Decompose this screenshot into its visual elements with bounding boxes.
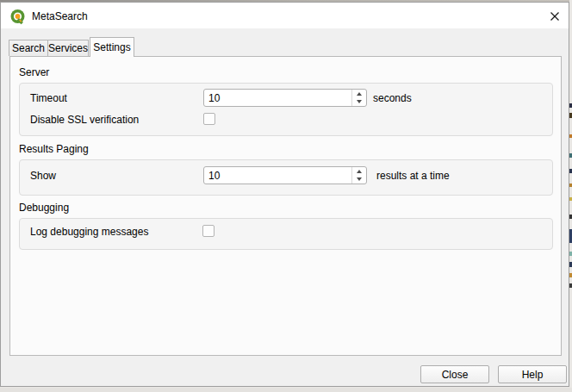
tab-settings-label: Settings bbox=[93, 41, 130, 53]
spin-up-icon bbox=[357, 170, 362, 173]
qgis-logo-icon bbox=[9, 9, 26, 25]
show-spinbox-buttons bbox=[351, 167, 366, 184]
timeout-suffix-label: seconds bbox=[373, 92, 412, 104]
timeout-spinbox-up-button[interactable] bbox=[352, 90, 366, 98]
spin-down-icon bbox=[357, 100, 362, 103]
tab-settings[interactable]: Settings bbox=[90, 37, 134, 57]
spin-down-icon bbox=[357, 177, 362, 181]
close-window-button[interactable] bbox=[542, 6, 568, 28]
disable-ssl-label: Disable SSL verification bbox=[30, 114, 139, 126]
window-title: MetaSearch bbox=[32, 10, 88, 22]
desktop-background-bottom bbox=[0, 388, 572, 392]
tab-search-label: Search bbox=[12, 42, 45, 54]
help-button[interactable]: Help bbox=[498, 365, 567, 383]
group-title-server: Server bbox=[19, 66, 49, 78]
metasearch-dialog-screen: MetaSearch Search Services Settings Serv… bbox=[0, 0, 572, 392]
show-suffix-label: results at a time bbox=[376, 170, 450, 182]
tab-search[interactable]: Search bbox=[9, 40, 48, 56]
show-spinbox bbox=[203, 166, 367, 184]
show-spinbox-input[interactable] bbox=[204, 167, 353, 184]
show-spinbox-up-button[interactable] bbox=[352, 167, 366, 176]
close-button[interactable]: Close bbox=[420, 365, 489, 383]
timeout-spinbox-down-button[interactable] bbox=[352, 98, 366, 107]
timeout-label: Timeout bbox=[30, 92, 67, 104]
disable-ssl-checkbox[interactable] bbox=[203, 113, 215, 125]
tab-services[interactable]: Services bbox=[47, 40, 89, 56]
show-spinbox-down-button[interactable] bbox=[352, 176, 366, 184]
timeout-spinbox-input[interactable] bbox=[204, 90, 353, 106]
close-icon bbox=[550, 11, 560, 24]
timeout-spinbox bbox=[203, 89, 367, 107]
show-label: Show bbox=[30, 170, 56, 182]
timeout-spinbox-buttons bbox=[351, 90, 366, 106]
title-bar: MetaSearch bbox=[1, 3, 569, 28]
group-title-debugging: Debugging bbox=[19, 202, 69, 214]
group-title-results-paging: Results Paging bbox=[19, 143, 89, 155]
log-debugging-checkbox[interactable] bbox=[202, 225, 214, 237]
tab-services-label: Services bbox=[48, 42, 88, 54]
log-debugging-label: Log debugging messages bbox=[30, 226, 148, 238]
spin-up-icon bbox=[357, 92, 362, 96]
